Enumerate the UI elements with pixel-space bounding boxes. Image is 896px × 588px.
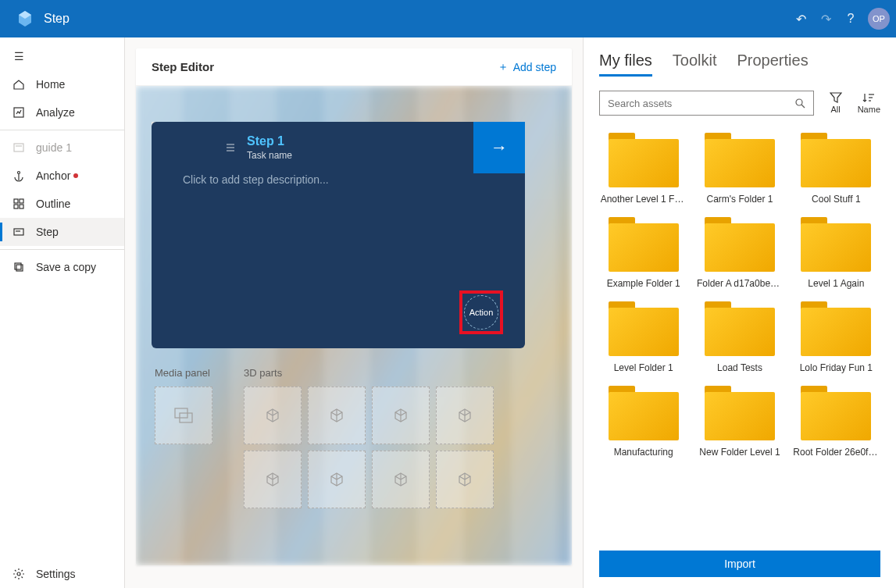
3d-part-slot[interactable] xyxy=(308,387,366,444)
media-panel: Media panel xyxy=(155,367,212,515)
3d-part-slot[interactable] xyxy=(372,387,430,444)
folder-icon xyxy=(801,301,871,356)
sidebar-item-settings[interactable]: Settings xyxy=(0,560,124,588)
step-card[interactable]: Step 1 Task name Click to add step descr… xyxy=(152,122,525,348)
sidebar-item-analyze[interactable]: Analyze xyxy=(0,98,124,127)
svg-rect-9 xyxy=(14,229,23,235)
action-circle-icon: Action xyxy=(464,295,498,330)
folder-name: Level Folder 1 xyxy=(614,362,673,373)
user-avatar[interactable]: OP xyxy=(868,8,890,30)
step-icon xyxy=(11,226,27,238)
folder-item[interactable]: Load Tests xyxy=(695,301,784,373)
svg-rect-12 xyxy=(16,265,23,271)
folder-icon xyxy=(609,386,679,440)
folder-name: Load Tests xyxy=(717,362,762,373)
plus-icon: ＋ xyxy=(498,60,509,74)
import-button[interactable]: Import xyxy=(599,551,880,577)
3d-part-slot[interactable] xyxy=(244,451,302,508)
sidebar-item-guide[interactable]: guide 1 xyxy=(0,134,124,162)
sort-icon xyxy=(862,92,875,103)
folder-name: Root Folder 26e0f22… xyxy=(793,447,879,458)
search-icon[interactable] xyxy=(794,98,805,109)
folder-icon xyxy=(705,301,775,356)
folder-icon xyxy=(705,133,775,187)
right-panel: My files Toolkit Properties All Name Ano… xyxy=(584,37,896,588)
sidebar-item-home[interactable]: Home xyxy=(0,70,124,98)
next-step-button[interactable]: → xyxy=(473,122,525,173)
svg-rect-5 xyxy=(14,199,18,203)
add-step-button[interactable]: ＋Add step xyxy=(498,60,556,74)
guide-icon xyxy=(11,141,27,154)
sidebar-item-label: Save a copy xyxy=(36,261,96,273)
svg-point-19 xyxy=(796,99,802,105)
sidebar-item-outline[interactable]: Outline xyxy=(0,190,124,218)
3d-part-slot[interactable] xyxy=(308,451,366,508)
tab-properties[interactable]: Properties xyxy=(737,52,809,77)
step-title: Step 1 xyxy=(247,134,292,148)
analyze-icon xyxy=(11,106,27,119)
sidebar-item-label: Analyze xyxy=(36,106,75,119)
folder-item[interactable]: Example Folder 1 xyxy=(599,217,687,289)
svg-point-3 xyxy=(18,172,20,174)
folder-name: Level 1 Again xyxy=(808,278,864,289)
folder-grid: Another Level 1 FolderCarm's Folder 1Coo… xyxy=(599,133,880,458)
filter-icon xyxy=(830,92,842,103)
folder-item[interactable]: Another Level 1 Folder xyxy=(599,133,687,205)
folder-name: Cool Stuff 1 xyxy=(812,194,860,205)
sidebar-item-save-copy[interactable]: Save a copy xyxy=(0,253,124,281)
folder-item[interactable]: Cool Stuff 1 xyxy=(792,133,880,205)
right-tabs: My files Toolkit Properties xyxy=(599,52,880,77)
undo-icon[interactable]: ↶ xyxy=(788,6,813,31)
folder-icon xyxy=(801,133,871,187)
folder-icon xyxy=(609,133,679,187)
svg-rect-8 xyxy=(20,205,23,208)
sort-button[interactable]: Name xyxy=(858,92,880,114)
sidebar-item-label: Settings xyxy=(36,568,76,580)
folder-item[interactable]: Root Folder 26e0f22… xyxy=(792,386,880,458)
media-slot[interactable] xyxy=(155,387,212,444)
3d-part-slot[interactable] xyxy=(436,387,494,444)
3d-part-slot[interactable] xyxy=(244,387,302,444)
copy-icon xyxy=(11,261,27,273)
page-title: Step xyxy=(44,12,70,26)
folder-item[interactable]: Level Folder 1 xyxy=(599,301,687,373)
redo-icon[interactable]: ↷ xyxy=(813,6,838,31)
hamburger-button[interactable]: ☰ xyxy=(0,42,124,70)
folder-name: Folder A d17a0bee-d… xyxy=(697,278,783,289)
search-input[interactable] xyxy=(608,98,794,109)
app-logo-icon xyxy=(14,8,36,30)
titlebar: Step ↶ ↷ ? OP xyxy=(0,0,896,37)
folder-icon xyxy=(609,301,679,356)
tab-toolkit[interactable]: Toolkit xyxy=(673,52,717,77)
3d-part-slot[interactable] xyxy=(372,451,430,508)
svg-rect-6 xyxy=(20,199,23,203)
folder-item[interactable]: Lolo Friday Fun 1 xyxy=(792,301,880,373)
sidebar: ☰ Home Analyze guide 1 Anchor Outline St… xyxy=(0,37,125,588)
folder-item[interactable]: New Folder Level 1 xyxy=(695,386,784,458)
list-icon xyxy=(225,142,236,153)
sidebar-item-label: Home xyxy=(36,78,65,91)
editor-canvas: ← Step 1 Task name Click to add step des… xyxy=(136,86,572,565)
filter-button[interactable]: All xyxy=(830,92,842,114)
sidebar-item-step[interactable]: Step xyxy=(0,218,124,246)
folder-item[interactable]: Manufacturing xyxy=(599,386,687,458)
tab-my-files[interactable]: My files xyxy=(599,52,652,77)
editor-title: Step Editor xyxy=(152,60,214,73)
folder-item[interactable]: Carm's Folder 1 xyxy=(695,133,784,205)
folder-item[interactable]: Folder A d17a0bee-d… xyxy=(695,217,784,289)
folder-icon xyxy=(801,386,871,440)
action-highlight[interactable]: Action xyxy=(459,290,503,334)
3d-parts-panel: 3D parts xyxy=(244,367,494,515)
svg-point-13 xyxy=(17,572,20,576)
step-task: Task name xyxy=(247,150,292,161)
help-icon[interactable]: ? xyxy=(838,6,863,31)
svg-rect-1 xyxy=(14,144,23,151)
folder-name: Lolo Friday Fun 1 xyxy=(800,362,873,373)
step-description-input[interactable]: Click to add step description... xyxy=(152,173,525,186)
sidebar-item-anchor[interactable]: Anchor xyxy=(0,162,124,190)
3d-part-slot[interactable] xyxy=(436,451,494,508)
folder-item[interactable]: Level 1 Again xyxy=(792,217,880,289)
search-box[interactable] xyxy=(599,91,814,116)
folder-icon xyxy=(801,217,871,272)
anchor-icon xyxy=(11,169,27,182)
